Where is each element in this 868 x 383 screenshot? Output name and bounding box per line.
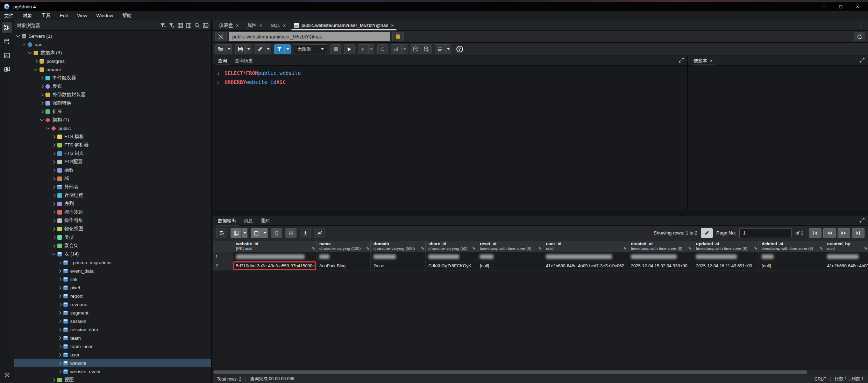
chevron-right-icon[interactable]: [58, 311, 62, 315]
chevron-right-icon[interactable]: [34, 59, 38, 63]
tree-item-aggregate[interactable]: 聚合集: [14, 241, 211, 250]
edit-pencil-icon[interactable]: ✎: [472, 246, 476, 251]
tree-item-revenue[interactable]: revenue: [14, 300, 211, 309]
chevron-right-icon[interactable]: [40, 93, 44, 96]
image-panel-icon[interactable]: [203, 23, 208, 28]
minimize-button[interactable]: ─: [817, 3, 831, 10]
filter-dropdown[interactable]: [285, 44, 291, 54]
menu-item[interactable]: Edit: [60, 13, 68, 18]
connection-string-field[interactable]: public.website/umami/user_M5zbtY@nas: [229, 32, 390, 41]
chevron-right-icon[interactable]: [52, 143, 56, 147]
cell-created_at[interactable]: [628, 252, 693, 261]
chevron-right-icon[interactable]: [52, 152, 56, 155]
column-header-created_by[interactable]: created_byuuid✎: [824, 240, 868, 252]
tree-item-view[interactable]: 视图: [14, 376, 211, 383]
schema-diff-rail-icon[interactable]: [2, 64, 12, 75]
last-page-button[interactable]: [852, 228, 865, 238]
chevron-down-icon[interactable]: [22, 42, 26, 46]
cell-user_id[interactable]: 41e2b680-648e-4b09-bcd7-3e2b10c062...: [543, 261, 628, 270]
tree-item-nas[interactable]: nas: [14, 40, 211, 49]
chevron-right-icon[interactable]: [52, 177, 56, 180]
explain-analyze-button[interactable]: [391, 44, 401, 54]
tree-item-website-event[interactable]: website_event: [14, 367, 211, 376]
chevron-right-icon[interactable]: [52, 236, 56, 239]
chevron-right-icon[interactable]: [52, 194, 56, 197]
chevron-right-icon[interactable]: [58, 319, 62, 323]
edit-pencil-icon[interactable]: ✎: [820, 246, 823, 251]
tree-item-event-trigger[interactable]: 事件触发器: [14, 74, 211, 82]
chevron-right-icon[interactable]: [52, 202, 56, 205]
explain-analyze-dropdown[interactable]: [401, 44, 407, 54]
chevron-right-icon[interactable]: [52, 185, 56, 189]
macros-dropdown[interactable]: [445, 44, 451, 54]
chevron-right-icon[interactable]: [58, 345, 62, 348]
horizontal-scrollbar[interactable]: [213, 370, 868, 375]
row-number-cell[interactable]: 2: [213, 261, 233, 270]
chevron-right-icon[interactable]: [58, 353, 62, 356]
column-header-deleted_at[interactable]: deleted_attimestamp with time zone (6)✎: [759, 240, 824, 252]
tree-item-report[interactable]: report: [14, 292, 211, 300]
tab-sql[interactable]: SQL×: [266, 20, 290, 30]
column-header-created_at[interactable]: created_attimestamp with time zone (6)✎: [628, 240, 693, 252]
chevron-right-icon[interactable]: [58, 370, 62, 373]
chevron-right-icon[interactable]: [52, 244, 56, 247]
save-button[interactable]: [235, 44, 246, 54]
execute-options-button[interactable]: [358, 44, 368, 54]
tree-item-schemas[interactable]: 架构 (1): [14, 116, 211, 124]
grid-view-icon[interactable]: [178, 23, 183, 28]
tree-item-segment[interactable]: segment: [14, 309, 211, 317]
edit-range-button[interactable]: [701, 228, 713, 238]
cell-user_id[interactable]: [543, 252, 628, 261]
chevron-down-icon[interactable]: [40, 118, 44, 121]
sql-code-area[interactable]: 1SELECT * FROM public.website2ORDER BY w…: [213, 66, 687, 210]
column-header-name[interactable]: namecharacter varying (100)✎: [316, 240, 371, 252]
tree-item-fts-config[interactable]: FTS配置: [14, 158, 211, 166]
download-csv-button[interactable]: [300, 228, 311, 238]
explain-button[interactable]: E: [377, 44, 388, 54]
tree-item-fts-parser[interactable]: FTS 解析器: [14, 141, 211, 149]
cell-created_by[interactable]: [824, 252, 868, 261]
tree-item-session[interactable]: session: [14, 317, 211, 325]
expand-icon[interactable]: [860, 58, 865, 64]
search-icon[interactable]: [194, 23, 200, 28]
edit-pencil-icon[interactable]: ✎: [689, 246, 692, 251]
row-number-cell[interactable]: 1: [213, 252, 233, 261]
edit-pencil-icon[interactable]: ✎: [312, 246, 315, 251]
edit-pencil-icon[interactable]: ✎: [754, 246, 757, 251]
limit-select[interactable]: 无限制: [294, 44, 327, 54]
tree-item-pixel[interactable]: pixel: [14, 283, 211, 292]
chevron-right-icon[interactable]: [58, 269, 62, 273]
tree-item-website[interactable]: website: [14, 359, 211, 367]
tree-item-collation[interactable]: 排序规则: [14, 208, 211, 216]
filter-funnel-icon[interactable]: [160, 23, 166, 28]
cell-deleted_at[interactable]: [null]: [759, 261, 824, 270]
chevron-right-icon[interactable]: [58, 286, 62, 289]
paste-dropdown[interactable]: [262, 228, 268, 238]
close-icon[interactable]: ×: [259, 23, 262, 28]
cell-reset_at[interactable]: [null]: [477, 261, 543, 270]
close-icon[interactable]: ×: [391, 23, 394, 28]
expand-icon[interactable]: [679, 58, 684, 64]
tab-query[interactable]: 查询: [214, 56, 231, 65]
chevron-down-icon[interactable]: [34, 67, 38, 71]
tab-scratchpad[interactable]: 便签本 ×: [690, 56, 717, 65]
query-tool-rail-icon[interactable]: [2, 36, 12, 47]
disconnect-icon[interactable]: [215, 32, 227, 41]
chevron-right-icon[interactable]: [52, 378, 56, 382]
tree-item-public[interactable]: public: [14, 124, 211, 132]
chevron-right-icon[interactable]: [52, 135, 56, 138]
cell-domain[interactable]: 2x.nz: [371, 261, 426, 270]
filter-button[interactable]: [274, 44, 285, 54]
close-button[interactable]: ×: [851, 3, 865, 10]
first-page-button[interactable]: [809, 228, 821, 238]
chevron-down-icon[interactable]: [16, 34, 20, 37]
object-explorer-rail-icon[interactable]: [2, 22, 12, 33]
tree-item-operator[interactable]: 操作符集: [14, 216, 211, 225]
tree-item-event-data[interactable]: event_data: [14, 267, 211, 275]
layout-columns-icon[interactable]: [186, 23, 191, 28]
settings-gear-icon[interactable]: [2, 370, 12, 380]
cell-reset_at[interactable]: [477, 252, 543, 261]
tree-item-session-data[interactable]: session_data: [14, 325, 211, 334]
cell-name[interactable]: AcoFork Blog: [316, 261, 371, 270]
save-dropdown[interactable]: [246, 44, 251, 54]
